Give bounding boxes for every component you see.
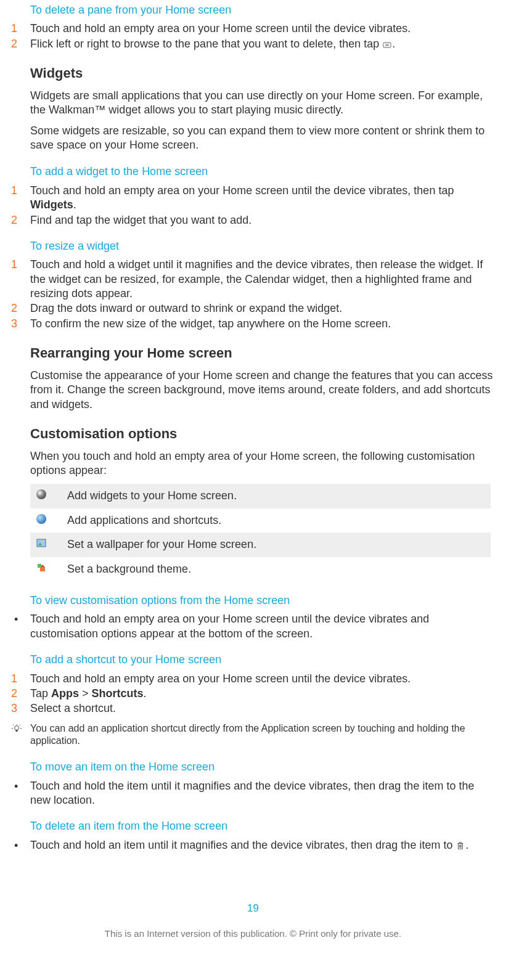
step-number: 1 (9, 22, 30, 36)
widgets-heading: Widgets (30, 65, 497, 83)
step-text: Touch and hold an empty area on your Hom… (30, 22, 497, 36)
step-number: 2 (9, 301, 30, 316)
add-shortcut-tip: You can add an application shortcut dire… (9, 722, 497, 748)
customisation-p1: When you touch and hold an empty area of… (30, 449, 494, 478)
widgets-p2: Some widgets are resizable, so you can e… (30, 124, 494, 153)
delete-pane-step-1: 1 Touch and hold an empty area on your H… (9, 22, 497, 36)
step-number: 1 (9, 672, 30, 686)
svg-rect-18 (460, 843, 462, 844)
bullet-marker: • (9, 838, 30, 852)
step-number: 1 (9, 184, 30, 213)
bullet-text: Touch and hold an empty area on your Hom… (30, 612, 497, 641)
bullet-text: Touch and hold an item until it magnifie… (30, 838, 497, 852)
resize-widget-step-1: 1 Touch and hold a widget until it magni… (9, 258, 497, 301)
svg-rect-6 (40, 567, 45, 571)
svg-line-13 (20, 725, 20, 725)
svg-line-12 (13, 725, 14, 725)
theme-icon (36, 562, 67, 576)
add-widget-title: To add a widget to the Home screen (30, 165, 497, 179)
customisation-heading: Customisation options (30, 425, 497, 443)
delete-pane-title: To delete a pane from your Home screen (30, 3, 497, 17)
delete-item-bullet: • Touch and hold an item until it magnif… (9, 838, 497, 852)
step-text: Tap Apps > Shortcuts. (30, 687, 497, 701)
view-customisation-bullet: • Touch and hold an empty area on your H… (9, 612, 497, 641)
bullet-text: Touch and hold the item until it magnifi… (30, 779, 497, 808)
widgets-icon (36, 489, 67, 503)
bullet-marker: • (9, 612, 30, 641)
add-shortcut-step-2: 2 Tap Apps > Shortcuts. (9, 687, 497, 701)
delete-pane-step-2: 2 Flick left or right to browse to the p… (9, 37, 497, 51)
step-text: Touch and hold a widget until it magnifi… (30, 258, 497, 301)
step-number: 3 (9, 317, 30, 331)
svg-rect-8 (38, 564, 41, 568)
trash-icon (455, 841, 465, 850)
move-item-bullet: • Touch and hold the item until it magni… (9, 779, 497, 808)
add-shortcut-title: To add a shortcut to your Home screen (30, 653, 497, 667)
tip-text: You can add an application shortcut dire… (30, 722, 497, 748)
widgets-p1: Widgets are small applications that you … (30, 89, 494, 118)
step-text: Touch and hold an empty area on your Hom… (30, 184, 497, 213)
tip-lightbulb-icon (9, 722, 30, 748)
resize-widget-step-2: 2 Drag the dots inward or outward to shr… (9, 301, 497, 316)
step-text: Select a shortcut. (30, 701, 497, 716)
rearranging-heading: Rearranging your Home screen (30, 345, 497, 362)
step-number: 2 (9, 687, 30, 701)
apps-icon (36, 513, 67, 528)
step-number: 2 (9, 213, 30, 227)
page-number: 19 (9, 902, 497, 915)
step-number: 1 (9, 258, 30, 301)
option-apps: Add applications and shortcuts. (30, 508, 491, 533)
step-text: Find and tap the widget that you want to… (30, 213, 497, 227)
resize-widget-title: To resize a widget (30, 239, 497, 253)
delete-item-title: To delete an item from the Home screen (30, 819, 497, 833)
add-widget-step-2: 2 Find and tap the widget that you want … (9, 213, 497, 227)
delete-pane-icon (382, 40, 392, 49)
rearranging-p1: Customise the appearance of your Home sc… (30, 369, 494, 412)
add-widget-step-1: 1 Touch and hold an empty area on your H… (9, 184, 497, 213)
step-text: Flick left or right to browse to the pan… (30, 37, 497, 51)
bullet-marker: • (9, 779, 30, 808)
add-shortcut-step-3: 3 Select a shortcut. (9, 701, 497, 716)
option-theme: Set a background theme. (30, 557, 491, 581)
step-number: 2 (9, 37, 30, 51)
resize-widget-step-3: 3 To confirm the new size of the widget,… (9, 317, 497, 331)
svg-rect-3 (37, 539, 46, 547)
page-content: To delete a pane from your Home screen 1… (0, 3, 506, 949)
svg-rect-10 (16, 730, 18, 732)
svg-point-5 (43, 541, 44, 542)
wallpaper-icon (36, 537, 67, 552)
view-customisation-title: To view customisation options from the H… (30, 594, 497, 608)
move-item-title: To move an item on the Home screen (30, 760, 497, 774)
step-number: 3 (9, 701, 30, 716)
option-wallpaper: Set a wallpaper for your Home screen. (30, 533, 491, 557)
step-text: Touch and hold an empty area on your Hom… (30, 672, 497, 686)
add-shortcut-step-1: 1 Touch and hold an empty area on your H… (9, 672, 497, 686)
svg-point-9 (15, 725, 19, 730)
customisation-options-table: Add widgets to your Home screen. Add app… (30, 484, 491, 581)
step-text: To confirm the new size of the widget, t… (30, 317, 497, 331)
footer-text: This is an Internet version of this publ… (9, 928, 497, 949)
step-text: Drag the dots inward or outward to shrin… (30, 301, 497, 316)
option-widgets: Add widgets to your Home screen. (30, 484, 491, 508)
